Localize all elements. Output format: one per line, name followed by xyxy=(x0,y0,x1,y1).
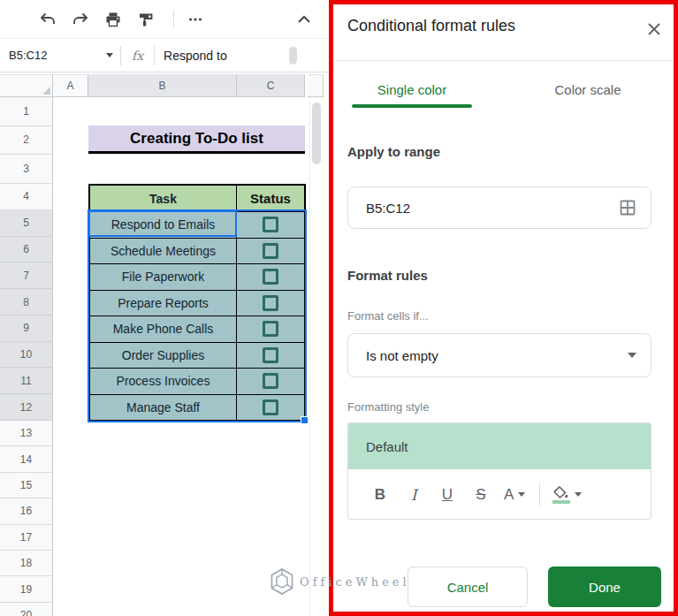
range-input[interactable]: B5:C12 xyxy=(347,186,651,229)
task-cell[interactable]: Order Supplies xyxy=(90,343,237,369)
row-header-10[interactable]: 10 xyxy=(0,342,53,369)
paint-format-icon[interactable] xyxy=(135,9,156,30)
status-cell xyxy=(237,316,304,342)
formula-input[interactable]: Respond to xyxy=(155,49,227,63)
row-header-11[interactable]: 11 xyxy=(0,368,53,394)
apply-to-range-label: Apply to range xyxy=(347,144,440,159)
column-header-a[interactable]: A xyxy=(53,74,88,97)
checkbox-unchecked[interactable] xyxy=(263,347,278,363)
checkbox-unchecked[interactable] xyxy=(263,321,278,337)
table-header-row: Task Status xyxy=(90,186,304,211)
row-header-12[interactable]: 12 xyxy=(0,394,53,421)
status-cell xyxy=(237,239,304,264)
row-header-4[interactable]: 4 xyxy=(0,184,53,210)
tab-single-color[interactable]: Single color xyxy=(352,82,472,97)
table-row: File Paperwork xyxy=(90,263,304,290)
checkbox-unchecked[interactable] xyxy=(263,243,278,259)
italic-button[interactable]: I xyxy=(403,483,424,507)
row-header-2[interactable]: 2 xyxy=(0,126,53,156)
row-header-15[interactable]: 15 xyxy=(0,473,53,498)
row-headers: 1 2 3 4 5 6 7 8 9 10 11 12 13 14 15 16 1… xyxy=(0,97,53,616)
sheet-title-cell[interactable]: Creating To-Do list xyxy=(88,125,305,154)
table-row: Make Phone Calls xyxy=(90,316,304,342)
name-box-caret-icon[interactable] xyxy=(106,53,113,57)
row-header-8[interactable]: 8 xyxy=(0,289,53,316)
column-header-c[interactable]: C xyxy=(237,74,305,97)
row-header-5[interactable]: 5 xyxy=(0,210,53,237)
sheets-toolbar xyxy=(0,0,329,39)
spreadsheet-area: B5:C12 fx Respond to A B C 1 2 3 4 5 6 7… xyxy=(0,0,329,616)
collapse-toolbar-icon[interactable] xyxy=(293,9,315,30)
column-header-d-sliver[interactable] xyxy=(308,74,324,97)
todo-table: Task Status Respond to Emails Schedule M… xyxy=(88,184,306,422)
chevron-down-icon xyxy=(575,492,582,497)
text-color-glyph: A xyxy=(504,486,514,504)
fill-color-button[interactable] xyxy=(552,483,582,507)
paint-bucket-icon xyxy=(552,486,570,504)
status-cell xyxy=(237,212,304,238)
chevron-down-icon xyxy=(518,492,525,497)
row-header-14[interactable]: 14 xyxy=(0,446,53,472)
row-header-7[interactable]: 7 xyxy=(0,262,53,289)
task-cell[interactable]: File Paperwork xyxy=(90,264,237,290)
table-row: Manage Staff xyxy=(90,394,304,421)
scrollbar-thumb[interactable] xyxy=(312,103,321,164)
close-icon[interactable] xyxy=(644,19,665,40)
more-options-icon[interactable] xyxy=(185,9,206,30)
print-icon[interactable] xyxy=(103,9,124,30)
style-toolbar: B I U S A xyxy=(348,469,651,520)
task-cell[interactable]: Schedule Meetings xyxy=(90,239,237,264)
conditional-format-panel: Conditional format rules Single color Co… xyxy=(329,0,678,616)
cancel-button[interactable]: Cancel xyxy=(408,567,528,607)
tab-color-scale[interactable]: Color scale xyxy=(537,82,639,97)
task-cell[interactable]: Prepare Reports xyxy=(90,291,237,316)
condition-dropdown[interactable]: Is not empty xyxy=(347,333,651,377)
sheet-vertical-scrollbar[interactable] xyxy=(309,97,323,616)
formatting-style-label: Formatting style xyxy=(347,400,429,414)
underline-button[interactable]: U xyxy=(437,483,458,507)
row-header-18[interactable]: 18 xyxy=(0,551,53,576)
row-header-1[interactable]: 1 xyxy=(0,97,53,126)
status-cell xyxy=(237,369,304,394)
done-button[interactable]: Done xyxy=(548,567,661,607)
checkbox-unchecked[interactable] xyxy=(263,269,278,285)
bold-button[interactable]: B xyxy=(369,483,391,507)
header-cell-status[interactable]: Status xyxy=(237,186,304,211)
row-header-19[interactable]: 19 xyxy=(0,576,53,602)
table-row: Prepare Reports xyxy=(90,290,304,316)
table-row: Process Invoices xyxy=(90,368,304,394)
row-header-13[interactable]: 13 xyxy=(0,421,53,446)
row-header-17[interactable]: 17 xyxy=(0,525,53,551)
checkbox-unchecked[interactable] xyxy=(263,373,278,389)
row-header-3[interactable]: 3 xyxy=(0,155,53,184)
active-tab-indicator xyxy=(352,104,472,108)
row-header-6[interactable]: 6 xyxy=(0,237,53,263)
row-header-9[interactable]: 9 xyxy=(0,316,53,342)
row-header-20[interactable]: 20 xyxy=(0,603,53,616)
checkbox-unchecked[interactable] xyxy=(263,399,278,415)
checkbox-unchecked[interactable] xyxy=(263,295,278,311)
strikethrough-button[interactable]: S xyxy=(470,483,491,507)
style-toolbar-divider xyxy=(539,483,540,506)
status-cell xyxy=(237,395,304,421)
task-cell[interactable]: Make Phone Calls xyxy=(90,316,237,342)
checkbox-unchecked[interactable] xyxy=(263,217,278,232)
panel-divider xyxy=(333,60,674,61)
header-cell-task[interactable]: Task xyxy=(90,186,237,211)
task-cell[interactable]: Respond to Emails xyxy=(90,212,237,238)
row-header-16[interactable]: 16 xyxy=(0,498,53,524)
text-color-button[interactable]: A xyxy=(504,483,525,507)
undo-icon[interactable] xyxy=(37,9,58,30)
range-input-value: B5:C12 xyxy=(348,201,410,216)
formula-bar-scroll-pill xyxy=(289,47,297,65)
redo-icon[interactable] xyxy=(70,9,91,30)
panel-title: Conditional format rules xyxy=(347,17,515,35)
select-range-grid-icon[interactable] xyxy=(619,199,636,217)
column-header-b[interactable]: B xyxy=(88,74,237,97)
task-cell[interactable]: Process Invoices xyxy=(90,369,237,394)
fill-handle[interactable] xyxy=(301,416,309,424)
select-all-corner[interactable] xyxy=(0,74,53,97)
task-cell[interactable]: Manage Staff xyxy=(90,395,237,421)
format-rules-label: Format rules xyxy=(347,268,428,283)
name-box[interactable]: B5:C12 xyxy=(0,39,120,72)
